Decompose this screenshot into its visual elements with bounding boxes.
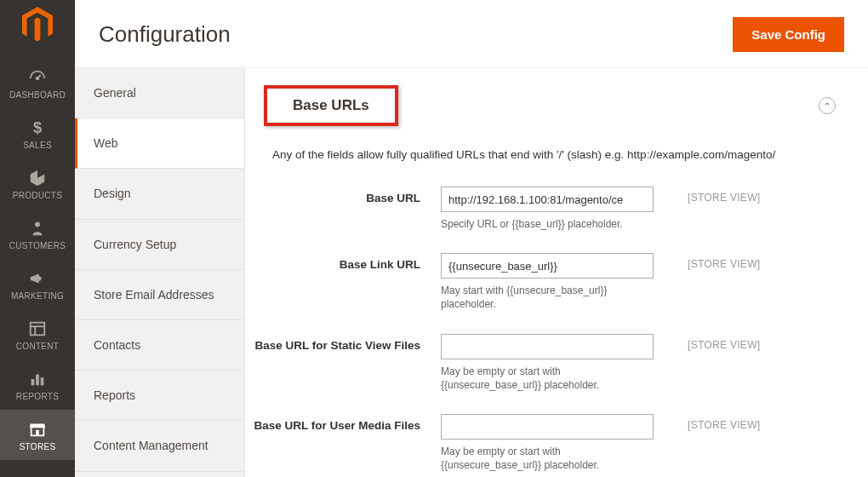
svg-rect-9: [36, 430, 39, 435]
field-label: Base URL: [245, 187, 441, 231]
nav-stores[interactable]: STORES: [0, 410, 75, 460]
config-nav-currency[interactable]: Currency Setup: [75, 220, 244, 270]
svg-rect-6: [31, 379, 35, 385]
svg-rect-3: [31, 323, 45, 336]
base-url-input[interactable]: [441, 187, 654, 212]
config-nav-content-mgmt[interactable]: Content Management: [75, 421, 244, 471]
nav-label: CONTENT: [16, 342, 59, 351]
nav-label: PRODUCTS: [13, 191, 63, 200]
nav-label: MARKETING: [11, 291, 64, 301]
field-label: Base URL for User Media Files: [245, 414, 441, 472]
nav-marketing[interactable]: MARKETING: [0, 259, 75, 309]
nav-label: REPORTS: [16, 392, 59, 401]
svg-text:$: $: [33, 118, 42, 136]
section-title: Base URLs: [293, 97, 369, 114]
form-area: Base URLs ⌃ Any of the fields allow full…: [245, 68, 868, 477]
nav-label: CUSTOMERS: [9, 241, 66, 250]
field-base-link-url: Base Link URL May start with {{unsecure_…: [245, 246, 844, 326]
field-control: May be empty or start with {{unsecure_ba…: [441, 334, 654, 392]
field-scope: [STORE VIEW]: [654, 253, 844, 311]
page-title: Configuration: [99, 21, 231, 48]
field-control: Specify URL or {{base_url}} placeholder.: [441, 187, 654, 231]
field-scope: [STORE VIEW]: [654, 187, 844, 231]
fields-container: Base URL Specify URL or {{base_url}} pla…: [245, 180, 844, 477]
field-scope: [STORE VIEW]: [654, 414, 844, 472]
nav-label: SALES: [23, 141, 52, 150]
svg-rect-7: [36, 375, 39, 386]
field-base-url: Base URL Specify URL or {{base_url}} pla…: [245, 180, 844, 246]
admin-nav-rail: DASHBOARD $ SALES PRODUCTS CUSTOMERS MAR…: [0, 0, 75, 477]
config-nav-reports[interactable]: Reports: [75, 371, 244, 421]
base-static-url-input[interactable]: [441, 334, 654, 359]
field-control: May be empty or start with {{unsecure_ba…: [441, 414, 654, 472]
field-hint: May be empty or start with {{unsecure_ba…: [441, 365, 654, 392]
nav-content[interactable]: CONTENT: [0, 309, 75, 359]
section-title-highlight: Base URLs: [264, 85, 398, 126]
content-row: General Web Design Currency Setup Store …: [75, 68, 868, 477]
field-scope: [STORE VIEW]: [654, 334, 844, 392]
field-label: Base URL for Static View Files: [245, 334, 441, 392]
svg-rect-8: [41, 377, 44, 385]
main-column: Configuration Save Config General Web De…: [75, 0, 868, 477]
config-nav-contacts[interactable]: Contacts: [75, 320, 244, 371]
box-icon: [28, 169, 47, 187]
field-control: May start with {{unsecure_base_url}} pla…: [441, 253, 654, 311]
field-label: Base Link URL: [245, 253, 441, 311]
page-header: Configuration Save Config: [75, 0, 868, 68]
field-hint: May start with {{unsecure_base_url}} pla…: [441, 284, 654, 311]
svg-point-2: [35, 221, 40, 227]
person-icon: [28, 219, 47, 238]
base-media-url-input[interactable]: [441, 414, 654, 440]
config-sidebar: General Web Design Currency Setup Store …: [75, 68, 245, 477]
bars-icon: [28, 370, 47, 388]
megaphone-icon: [28, 269, 47, 288]
store-icon: [28, 420, 47, 439]
nav-products[interactable]: PRODUCTS: [0, 158, 75, 209]
collapse-toggle[interactable]: ⌃: [819, 97, 836, 114]
section-header: Base URLs ⌃: [245, 85, 844, 136]
base-link-url-input[interactable]: [441, 253, 654, 279]
nav-dashboard[interactable]: DASHBOARD: [0, 58, 75, 108]
magento-logo: [22, 7, 53, 43]
layout-icon: [28, 319, 47, 338]
field-hint: May be empty or start with {{unsecure_ba…: [441, 445, 654, 472]
nav-reports[interactable]: REPORTS: [0, 359, 75, 410]
nav-label: STORES: [20, 442, 56, 451]
field-hint: Specify URL or {{base_url}} placeholder.: [441, 217, 654, 231]
config-nav-general[interactable]: General: [75, 68, 244, 118]
save-config-button[interactable]: Save Config: [733, 17, 844, 52]
config-nav-design[interactable]: Design: [75, 169, 244, 219]
nav-customers[interactable]: CUSTOMERS: [0, 209, 75, 259]
section-description: Any of the fields allow fully qualified …: [245, 136, 844, 180]
field-base-static-url: Base URL for Static View Files May be em…: [245, 327, 844, 407]
nav-sales[interactable]: $ SALES: [0, 108, 75, 158]
nav-label: DASHBOARD: [9, 90, 66, 100]
field-base-media-url: Base URL for User Media Files May be emp…: [245, 407, 844, 477]
config-nav-store-email[interactable]: Store Email Addresses: [75, 270, 244, 320]
dollar-icon: $: [28, 118, 47, 137]
chevron-up-icon: ⌃: [824, 101, 831, 111]
config-nav-web[interactable]: Web: [75, 118, 244, 169]
dashboard-icon: [28, 68, 47, 87]
